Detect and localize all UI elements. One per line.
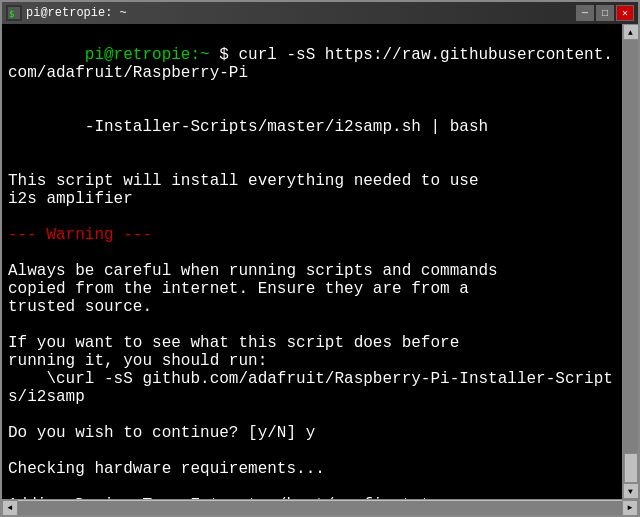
- line-5: trusted source.: [8, 298, 616, 316]
- title-bar: $ pi@retropie: ~ ─ □ ✕: [2, 2, 638, 24]
- line-4: copied from the internet. Ensure they ar…: [8, 280, 616, 298]
- maximize-button[interactable]: □: [596, 5, 614, 21]
- line-8: \curl -sS github.com/adafruit/Raspberry-…: [8, 370, 616, 406]
- window-content: pi@retropie:~ $ curl -sS https://raw.git…: [2, 24, 638, 499]
- blank-3: [8, 244, 616, 262]
- hscroll-track[interactable]: [18, 501, 622, 515]
- line-3: Always be careful when running scripts a…: [8, 262, 616, 280]
- prompt-line: pi@retropie:~ $ curl -sS https://raw.git…: [8, 28, 616, 100]
- svg-text:$: $: [9, 9, 14, 19]
- close-button[interactable]: ✕: [616, 5, 634, 21]
- window-controls: ─ □ ✕: [576, 5, 634, 21]
- line-6: If you want to see what this script does…: [8, 334, 616, 352]
- window-title: pi@retropie: ~: [26, 6, 127, 20]
- blank-2: [8, 208, 616, 226]
- minimize-button[interactable]: ─: [576, 5, 594, 21]
- scroll-thumb[interactable]: [624, 453, 638, 483]
- terminal-window: $ pi@retropie: ~ ─ □ ✕ pi@retropie:~ $ c…: [0, 0, 640, 517]
- scroll-right-button[interactable]: ►: [622, 500, 638, 516]
- blank-6: [8, 442, 616, 460]
- command-line-2: -Installer-Scripts/master/i2samp.sh | ba…: [8, 100, 616, 154]
- continue-line: Do you wish to continue? [y/N] y: [8, 424, 616, 442]
- scroll-down-button[interactable]: ▼: [623, 483, 639, 499]
- scroll-left-button[interactable]: ◄: [2, 500, 18, 516]
- scroll-track[interactable]: [623, 40, 639, 483]
- terminal-icon: $: [6, 5, 22, 21]
- scroll-up-button[interactable]: ▲: [623, 24, 639, 40]
- line-1: This script will install everything need…: [8, 172, 616, 190]
- prompt-text: pi@retropie:~: [85, 46, 210, 64]
- blank-4: [8, 316, 616, 334]
- warning-line: --- Warning ---: [8, 226, 616, 244]
- blank-7: [8, 478, 616, 496]
- line-2: i2s amplifier: [8, 190, 616, 208]
- blank-5: [8, 406, 616, 424]
- title-bar-left: $ pi@retropie: ~: [6, 5, 127, 21]
- line-7: running it, you should run:: [8, 352, 616, 370]
- vertical-scrollbar[interactable]: ▲ ▼: [622, 24, 638, 499]
- blank-1: [8, 154, 616, 172]
- checking-line: Checking hardware requirements...: [8, 460, 616, 478]
- terminal-area[interactable]: pi@retropie:~ $ curl -sS https://raw.git…: [2, 24, 622, 499]
- horizontal-scrollbar[interactable]: ◄ ►: [2, 499, 638, 515]
